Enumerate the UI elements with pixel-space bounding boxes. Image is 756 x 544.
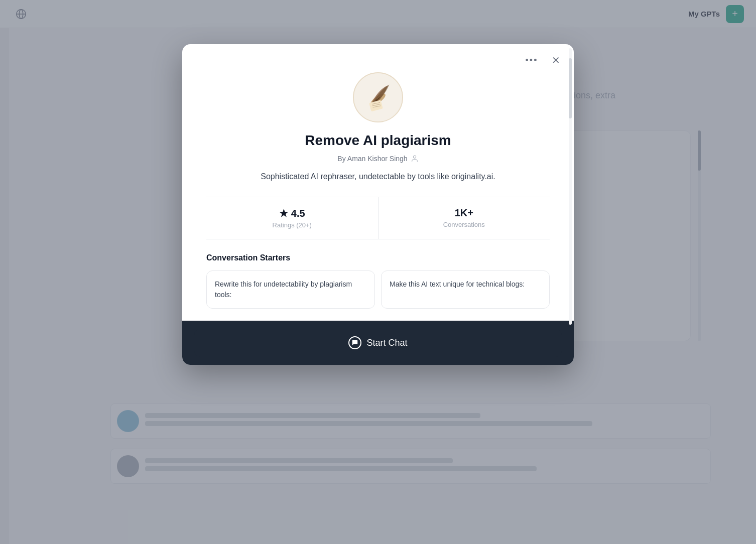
conversations-label: Conversations [387, 221, 542, 228]
conversations-value: 1K+ [387, 207, 542, 219]
stats-row: ★ 4.5 Ratings (20+) 1K+ Conversations [206, 197, 550, 239]
author-verified-icon [411, 155, 419, 163]
modal-footer: Start Chat [182, 321, 574, 365]
starters-title: Conversation Starters [206, 253, 550, 262]
start-chat-button[interactable]: Start Chat [194, 329, 562, 357]
modal-header: ••• ✕ [182, 44, 574, 72]
gpt-author: By Aman Kishor Singh [206, 155, 550, 163]
starter-card-1[interactable]: Make this AI text unique for technical b… [381, 270, 550, 309]
conversations-stat: 1K+ Conversations [379, 197, 550, 239]
close-button[interactable]: ✕ [548, 52, 564, 68]
starter-card-0[interactable]: Rewrite this for undetectability by plag… [206, 270, 375, 309]
modal-overlay: ••• ✕ [0, 0, 756, 544]
rating-value: ★ 4.5 [214, 207, 370, 219]
gpt-description: Sophisticated AI rephraser, undetectable… [206, 171, 550, 183]
more-options-button[interactable]: ••• [524, 52, 540, 68]
gpt-avatar [353, 72, 403, 122]
modal-scrollbar[interactable] [569, 48, 572, 325]
gpt-title: Remove AI plagiarism [206, 132, 550, 149]
modal: ••• ✕ [182, 44, 574, 365]
modal-scrollable-content: Remove AI plagiarism By Aman Kishor Sing… [182, 72, 574, 321]
svg-rect-4 [369, 100, 383, 111]
conversation-starters: Conversation Starters Rewrite this for u… [206, 253, 550, 309]
start-chat-label: Start Chat [366, 338, 407, 348]
starters-grid: Rewrite this for undetectability by plag… [206, 270, 550, 309]
chat-bubble-icon [348, 336, 361, 349]
modal-scrollbar-thumb [569, 58, 572, 118]
gpt-avatar-container [206, 72, 550, 122]
modal-body: Remove AI plagiarism By Aman Kishor Sing… [182, 72, 574, 321]
svg-point-8 [413, 156, 416, 158]
star-icon: ★ [279, 207, 288, 219]
rating-label: Ratings (20+) [214, 221, 370, 229]
author-name: By Aman Kishor Singh [337, 155, 407, 163]
rating-stat: ★ 4.5 Ratings (20+) [206, 197, 379, 239]
